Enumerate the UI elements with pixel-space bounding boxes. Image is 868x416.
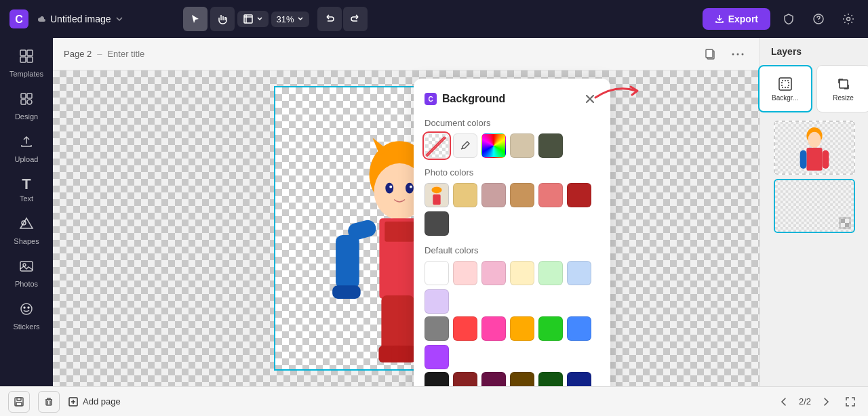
beige-color-swatch[interactable] [510, 133, 534, 158]
shield-button[interactable] [777, 7, 800, 30]
near-black-swatch[interactable] [425, 372, 449, 386]
hot-pink-swatch[interactable] [481, 316, 506, 341]
light-blue-swatch[interactable] [567, 261, 591, 285]
gradient-color-swatch[interactable] [481, 133, 506, 158]
svg-point-22 [737, 53, 739, 55]
canvas-container[interactable] [53, 70, 760, 386]
crimson-color-swatch[interactable] [567, 183, 591, 207]
redo-button[interactable] [343, 7, 368, 31]
wheat-color-swatch[interactable] [453, 183, 477, 207]
photo-colors-grid [425, 183, 599, 236]
sidebar-item-label: Upload [15, 155, 39, 163]
next-page-icon [823, 397, 829, 407]
more-options-button[interactable] [727, 43, 749, 65]
transparent-color-swatch[interactable] [425, 133, 449, 158]
photos-icon [19, 259, 34, 277]
gray-swatch[interactable] [425, 316, 449, 341]
settings-button[interactable] [837, 7, 860, 30]
svg-rect-5 [20, 50, 26, 56]
undo-button[interactable] [317, 7, 342, 31]
olive-color-swatch[interactable] [538, 133, 563, 158]
red-swatch[interactable] [453, 316, 477, 341]
duplicate-icon [705, 48, 717, 60]
select-tool-button[interactable] [183, 7, 208, 31]
pink-swatch[interactable] [481, 261, 506, 285]
topbar: C Untitled image [0, 0, 868, 38]
prev-page-button[interactable] [774, 392, 793, 411]
cream-swatch[interactable] [510, 261, 534, 285]
eyedropper-button[interactable] [453, 133, 477, 158]
svg-rect-74 [16, 402, 22, 406]
green-swatch[interactable] [538, 316, 563, 341]
dark-green-swatch[interactable] [538, 372, 563, 386]
export-icon [715, 14, 724, 24]
app-logo[interactable]: C [8, 8, 30, 30]
canvas-toolbar: Page 2 – [53, 38, 760, 70]
charcoal-color-swatch[interactable] [425, 211, 449, 236]
light-pink-swatch[interactable] [453, 261, 477, 285]
next-page-button[interactable] [816, 392, 835, 411]
stickers-icon [19, 301, 34, 320]
tan-color-swatch[interactable] [510, 183, 534, 207]
purple-swatch[interactable] [425, 345, 449, 369]
sidebar-item-label: Text [20, 194, 33, 203]
svg-point-12 [27, 100, 32, 104]
svg-point-4 [847, 18, 850, 21]
mauve-color-swatch[interactable] [481, 183, 506, 207]
layer-item-character[interactable] [774, 121, 855, 175]
svg-rect-68 [841, 219, 845, 223]
fullscreen-button[interactable] [841, 392, 860, 411]
document-title-area[interactable]: Untitled image [35, 14, 123, 24]
sidebar-item-stickers[interactable]: Stickers [3, 296, 50, 336]
light-green-swatch[interactable] [538, 261, 563, 285]
white-swatch[interactable] [425, 261, 449, 285]
cloud-icon [35, 14, 46, 24]
hand-tool-button[interactable] [210, 7, 235, 31]
layer-item-background[interactable] [774, 179, 855, 233]
sidebar-item-text[interactable]: T Text [3, 171, 50, 208]
canvas-toolbar-right [700, 43, 749, 65]
panel-close-button[interactable] [580, 89, 599, 108]
dark-brown-swatch[interactable] [510, 372, 534, 386]
svg-rect-62 [800, 150, 806, 169]
default-color-row-2 [425, 316, 599, 369]
sidebar-item-photos[interactable]: Photos [3, 253, 50, 293]
background-tool-button[interactable]: Backgr... [758, 65, 812, 112]
delete-button[interactable] [38, 391, 60, 413]
dark-red-swatch[interactable] [453, 372, 477, 386]
page-title-input[interactable] [107, 49, 221, 59]
sidebar-item-design[interactable]: Design [3, 86, 50, 126]
zoom-control[interactable]: 31% [271, 12, 309, 27]
frame-tool-dropdown[interactable] [237, 11, 269, 27]
svg-point-23 [742, 53, 744, 55]
undo-icon [324, 14, 335, 24]
save-button[interactable] [8, 391, 30, 413]
svg-rect-11 [21, 100, 26, 104]
svg-point-17 [24, 307, 25, 308]
document-colors-grid [425, 133, 599, 158]
lavender-swatch[interactable] [425, 289, 449, 314]
dark-maroon-swatch[interactable] [481, 372, 506, 386]
panel-header: C Background [425, 89, 599, 108]
resize-tool-button[interactable]: Resize [816, 65, 869, 112]
orange-swatch[interactable] [510, 316, 534, 341]
export-button[interactable]: Export [703, 8, 770, 30]
svg-rect-7 [20, 57, 26, 62]
salmon-color-swatch[interactable] [538, 183, 563, 207]
zoom-level: 31% [277, 14, 294, 24]
add-page-button[interactable]: Add page [68, 396, 121, 407]
svg-point-32 [410, 186, 412, 188]
background-tool-icon [778, 77, 793, 91]
sidebar-item-shapes[interactable]: Shapes [3, 211, 50, 251]
right-panel: Layers Backgr... Resize [760, 38, 868, 386]
sidebar-item-upload[interactable]: Upload [3, 129, 50, 169]
help-button[interactable] [807, 7, 830, 30]
duplicate-page-button[interactable] [700, 43, 722, 65]
chevron-down-icon [256, 16, 263, 22]
photo-thumbnail-swatch[interactable] [425, 183, 449, 207]
blue-swatch[interactable] [567, 316, 591, 341]
dark-blue-swatch[interactable] [567, 372, 591, 386]
sidebar-item-templates[interactable]: Templates [3, 43, 50, 83]
svg-rect-20 [706, 49, 713, 58]
svg-rect-52 [840, 80, 848, 88]
